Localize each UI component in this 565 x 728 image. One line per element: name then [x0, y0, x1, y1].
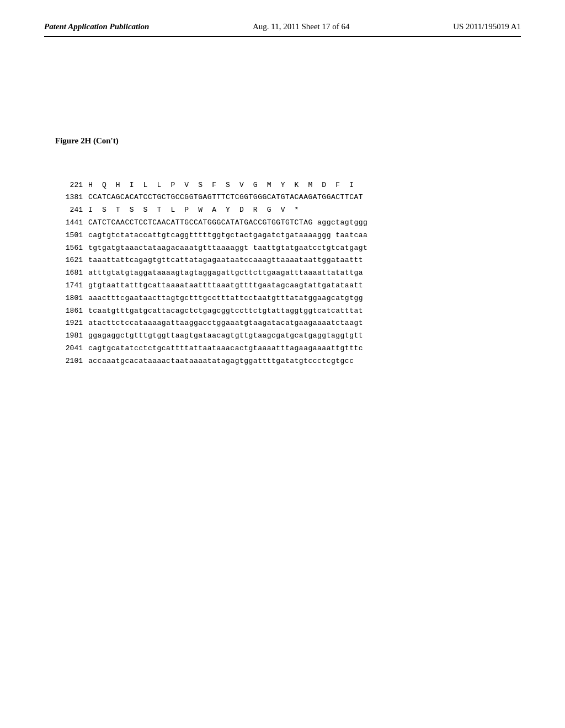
sequence-line: 241I S T S S T L P W A Y D R G V *	[55, 205, 521, 216]
sequence-line: 1381CCATCAGCACATCCTGCTGCCGGTGAGTTTCTCGGT…	[55, 192, 521, 204]
page-container: Patent Application Publication Aug. 11, …	[0, 0, 565, 728]
sequence-line: 1981ggagaggctgtttgtggttaagtgataacagtgttg…	[55, 330, 521, 342]
line-number: 1381	[55, 192, 83, 204]
publication-label: Patent Application Publication	[44, 22, 149, 31]
sequence-line: 1921atacttctccataaaagattaaggacctggaaatgt…	[55, 318, 521, 329]
line-number: 1681	[55, 267, 83, 279]
sequence-line: 1741gtgtaattatttgcattaaaataattttaaatgttt…	[55, 280, 521, 292]
line-content: atttgtatgtaggataaaagtagtaggagattgcttcttg…	[88, 267, 363, 279]
line-content: cagtgcatatcctctgcattttattaataaacactgtaaa…	[88, 343, 363, 355]
sheet-info: Aug. 11, 2011 Sheet 17 of 64	[253, 22, 350, 31]
line-number: 2101	[55, 356, 83, 367]
line-content: taaattattcagagtgttcattatagagaataatccaaag…	[88, 255, 363, 266]
line-content: cagtgtctataccattgtcaggtttttggtgctactgaga…	[88, 230, 367, 242]
sequence-line: 2101accaaatgcacataaaactaataaaatatagagtgg…	[55, 356, 521, 367]
sequence-line: 221H Q H I L L P V S F S V G M Y K M D F…	[55, 180, 521, 191]
line-number: 1801	[55, 293, 83, 304]
line-number: 1501	[55, 230, 83, 242]
line-number: 2041	[55, 343, 83, 355]
line-number: 1561	[55, 243, 83, 254]
line-content: aaactttcgaataacttagtgctttgcctttattcctaat…	[88, 293, 363, 304]
sequence-line: 1561tgtgatgtaaactataagacaaatgtttaaaaggt …	[55, 243, 521, 254]
page-header: Patent Application Publication Aug. 11, …	[44, 22, 521, 37]
line-number: 1741	[55, 280, 83, 292]
line-content: H Q H I L L P V S F S V G M Y K M D F I	[88, 180, 354, 191]
sequence-line: 1801aaactttcgaataacttagtgctttgcctttattcc…	[55, 293, 521, 304]
line-content: accaaatgcacataaaactaataaaatatagagtggattt…	[88, 356, 354, 367]
sequence-line: 1441CATCTCAACCTCCTCAACATTGCCATGGGCATATGA…	[55, 217, 521, 229]
line-content: atacttctccataaaagattaaggacctggaaatgtaaga…	[88, 318, 363, 329]
sequence-line: 1621taaattattcagagtgttcattatagagaataatcc…	[55, 255, 521, 266]
line-content: tcaatgtttgatgcattacagctctgagcggtccttctgt…	[88, 306, 363, 317]
line-number: 221	[55, 180, 83, 191]
sequence-block: 221H Q H I L L P V S F S V G M Y K M D F…	[55, 157, 521, 367]
line-content: CATCTCAACCTCCTCAACATTGCCATGGGCATATGACCGT…	[88, 217, 367, 229]
line-number: 1621	[55, 255, 83, 266]
sequence-line: 2041cagtgcatatcctctgcattttattaataaacactg…	[55, 343, 521, 355]
patent-number: US 2011/195019 A1	[453, 22, 521, 31]
line-content: gtgtaattatttgcattaaaataattttaaatgttttgaa…	[88, 280, 363, 292]
line-number: 1981	[55, 330, 83, 342]
line-number: 241	[55, 205, 83, 216]
line-content: ggagaggctgtttgtggttaagtgataacagtgttgtaag…	[88, 330, 363, 342]
main-content: Figure 2H (Con't) 221H Q H I L L P V S F…	[44, 136, 521, 367]
figure-title: Figure 2H (Con't)	[55, 136, 521, 146]
sequence-line: 1681atttgtatgtaggataaaagtagtaggagattgctt…	[55, 267, 521, 279]
line-content: I S T S S T L P W A Y D R G V *	[88, 205, 299, 216]
line-number: 1441	[55, 217, 83, 229]
sequence-line: 1501cagtgtctataccattgtcaggtttttggtgctact…	[55, 230, 521, 242]
line-number: 1861	[55, 306, 83, 317]
sequence-line: 1861tcaatgtttgatgcattacagctctgagcggtcctt…	[55, 306, 521, 317]
line-content: CCATCAGCACATCCTGCTGCCGGTGAGTTTCTCGGTGGGC…	[88, 192, 363, 204]
line-content: tgtgatgtaaactataagacaaatgtttaaaaggt taat…	[88, 243, 367, 254]
line-number: 1921	[55, 318, 83, 329]
